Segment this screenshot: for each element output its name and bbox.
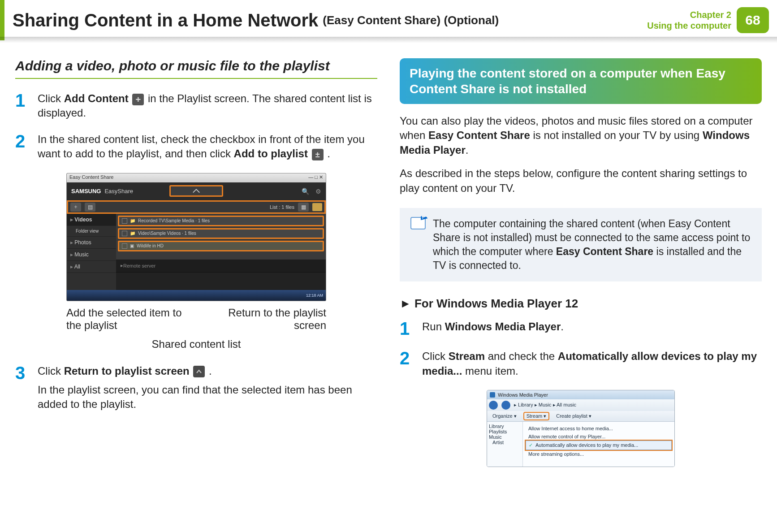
chapter-block: Chapter 2 Using the computer	[647, 9, 731, 31]
sidebar-item-music[interactable]: Music	[489, 434, 521, 440]
page-title: Sharing Content in a Home Network	[13, 10, 318, 30]
stream-menu: Allow Internet access to home media... A…	[523, 422, 674, 467]
page-title-sub: (Easy Content Share) (Optional)	[323, 13, 499, 27]
window-controls-icon: — □ ✕	[308, 174, 323, 182]
app-brand-bar: SAMSUNG EasyShare 🔍 ⚙	[67, 182, 326, 200]
window-titlebar: Easy Content Share — □ ✕	[67, 173, 326, 182]
text: For Windows Media Player 12	[414, 297, 578, 310]
add-to-playlist-toolbar: ＋ ▤ List : 1 files ▦	[67, 200, 326, 214]
sidebar-item-library[interactable]: Library	[489, 424, 521, 429]
return-to-playlist-button[interactable]	[169, 185, 223, 197]
sidebar-item-all[interactable]: All	[67, 261, 116, 273]
video-icon: ▣	[130, 243, 134, 248]
sidebar: Videos Folder view Photos Music All	[67, 214, 116, 290]
step-3: 3 Click Return to playlist screen . In t…	[15, 364, 377, 412]
organize-button[interactable]: Organize ▾	[490, 412, 519, 420]
label: Photos	[74, 239, 91, 246]
menu-item[interactable]: Allow remote control of my Player...	[526, 433, 672, 441]
note-text: The computer containing the shared conte…	[433, 217, 751, 272]
toolbar-icons: 🔍 ⚙	[302, 188, 321, 195]
menu-item-auto-allow[interactable]: ✓ Automatically allow devices to play my…	[526, 441, 672, 450]
brand-text: EasyShare	[104, 188, 133, 195]
text: Run	[422, 320, 445, 333]
checkbox-icon[interactable]	[122, 218, 127, 224]
menu-item[interactable]: Allow Internet access to home media...	[526, 424, 672, 433]
wmp-nav: ▸ Library ▸ Music ▸ All music	[487, 399, 674, 411]
wmp-sidebar: Library Playlists Music Artist	[487, 422, 523, 467]
tool-button[interactable]: ▤	[85, 203, 95, 212]
accent-bar	[0, 0, 4, 40]
step-body: In the shared content list, check the ch…	[38, 132, 377, 161]
window-title: Easy Content Share	[69, 174, 113, 182]
content-list: 📁 Recorded TV\Sample Media · 1 files 📁 V…	[116, 214, 326, 290]
forward-button[interactable]	[501, 401, 510, 410]
text: In the playlist screen, you can find tha…	[38, 384, 352, 410]
create-playlist-button[interactable]: Create playlist ▾	[553, 412, 594, 420]
label: Videos	[74, 216, 92, 223]
text: is not installed on your TV by using	[530, 129, 703, 141]
back-button[interactable]	[489, 401, 498, 410]
list-row[interactable]: 📁 Video\Sample Videos · 1 files	[118, 228, 324, 239]
add-selected-button[interactable]: ＋	[70, 203, 81, 212]
callout-add-selected: Add the selected item to the playlist	[66, 307, 191, 332]
text: and check the	[485, 350, 558, 362]
step-body: Run Windows Media Player.	[422, 320, 762, 337]
search-icon[interactable]: 🔍	[302, 188, 309, 195]
checkbox-icon[interactable]	[122, 243, 127, 249]
step-body: Click Return to playlist screen . In the…	[38, 364, 377, 412]
step-number: 1	[15, 91, 38, 121]
page-number-badge: 68	[737, 7, 769, 33]
sidebar-item-videos[interactable]: Videos	[67, 214, 116, 226]
note-icon	[410, 217, 426, 229]
bold-text: Add Content	[64, 92, 129, 104]
list-row[interactable]: 📁 Recorded TV\Sample Media · 1 files	[118, 216, 324, 226]
folder-icon: 📁	[130, 231, 135, 236]
sidebar-item-artist[interactable]: Artist	[489, 440, 521, 445]
brand-text: SAMSUNG	[71, 188, 101, 195]
add-to-playlist-icon	[312, 149, 324, 160]
paragraph: As described in the steps below, configu…	[400, 166, 762, 195]
menu-item[interactable]: More streaming options...	[526, 450, 672, 458]
breadcrumb[interactable]: ▸ Library ▸ Music ▸ All music	[514, 402, 576, 408]
bold-text: Add to playlist	[234, 147, 308, 160]
paragraph: You can also play the videos, photos and…	[400, 114, 762, 157]
add-content-icon	[132, 94, 144, 105]
taskbar: 12:18 AM	[67, 290, 326, 301]
clock-label: 12:18 AM	[306, 293, 323, 298]
left-column: Adding a video, photo or music file to t…	[15, 58, 377, 467]
step-number: 2	[400, 349, 422, 378]
sidebar-item-folderview[interactable]: Folder view	[67, 226, 116, 237]
step-1-right: 1 Run Windows Media Player.	[400, 320, 762, 337]
sidebar-item-photos[interactable]: Photos	[67, 237, 116, 249]
triangle-icon	[400, 297, 414, 310]
step-2-right: 2 Click Stream and check the Automatical…	[400, 349, 762, 378]
windows-media-player-screenshot: Windows Media Player ▸ Library ▸ Music ▸…	[487, 390, 675, 467]
sidebar-item-music[interactable]: Music	[67, 249, 116, 261]
step-1: 1 Click Add Content in the Playlist scre…	[15, 91, 377, 121]
section-banner: Playing the content stored on a computer…	[400, 58, 762, 104]
chevron-up-icon	[193, 366, 205, 377]
easy-content-share-screenshot: Easy Content Share — □ ✕ SAMSUNG EasySha…	[66, 173, 326, 350]
callout-row: Add the selected item to the playlist Re…	[66, 307, 326, 332]
view-button[interactable]: ▦	[298, 203, 309, 212]
chapter-line1: Chapter 2	[647, 9, 731, 20]
bold-text: Easy Content Share	[428, 129, 530, 141]
folder-icon[interactable]	[312, 203, 322, 211]
remote-server-row[interactable]: ▸ Remote server	[116, 260, 326, 272]
row-label: Wildlife in HD	[137, 243, 320, 248]
bold-text: Easy Content Share	[556, 246, 653, 257]
sidebar-item-playlists[interactable]: Playlists	[489, 429, 521, 434]
list-row[interactable]: ▣ Wildlife in HD	[118, 241, 324, 251]
gear-icon[interactable]: ⚙	[315, 188, 321, 195]
wmp-toolbar: Organize ▾ Stream ▾ Create playlist ▾	[487, 411, 674, 422]
stream-button[interactable]: Stream ▾	[524, 412, 549, 420]
note-box: The computer containing the shared conte…	[400, 208, 762, 281]
section-heading-left: Adding a video, photo or music file to t…	[15, 58, 377, 79]
callout-shared-list: Shared content list	[66, 338, 326, 350]
right-column: Playing the content stored on a computer…	[400, 58, 762, 467]
checkbox-icon[interactable]	[122, 231, 127, 236]
page-header: Sharing Content in a Home Network (Easy …	[0, 0, 777, 40]
wmp-titlebar: Windows Media Player	[487, 390, 674, 399]
step-2: 2 In the shared content list, check the …	[15, 132, 377, 161]
bottom-panel	[116, 272, 326, 290]
